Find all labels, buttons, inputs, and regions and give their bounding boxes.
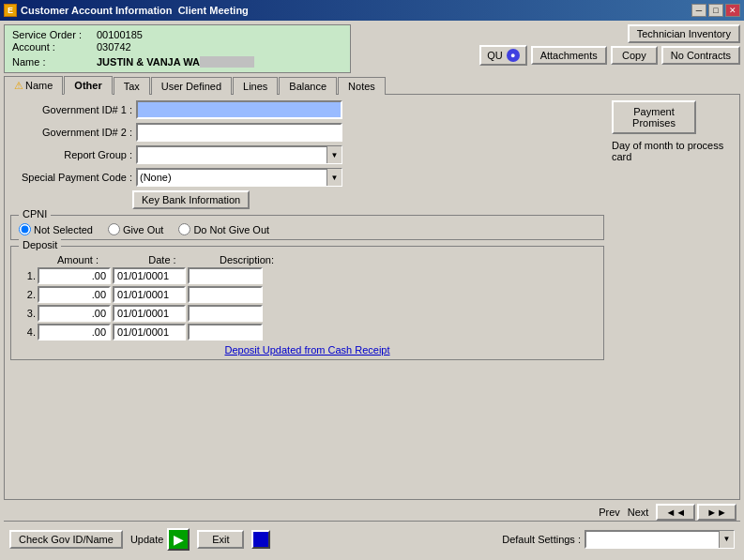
deposit-row-2: 2. (19, 286, 596, 303)
exit-button[interactable]: Exit (197, 530, 244, 549)
gov-id1-input[interactable] (136, 100, 342, 119)
default-settings-label: Default Settings : (502, 534, 581, 545)
left-column: Government ID# 1 : Government ID# 2 : Re… (10, 100, 604, 493)
deposit-date-2[interactable] (113, 286, 186, 303)
deposit-amount-3[interactable] (38, 305, 111, 322)
report-group-row: Report Group : ▼ (10, 145, 604, 164)
deposit-row-1: 1. (19, 267, 596, 284)
name-label: Name : (12, 56, 97, 68)
gov-id2-row: Government ID# 2 : (10, 123, 604, 142)
key-bank-wrapper: Key Bank Information (132, 190, 604, 209)
tab-lines[interactable]: Lines (233, 77, 278, 95)
deposit-date-header: Date : (120, 254, 205, 265)
deposit-date-4[interactable] (113, 324, 186, 341)
service-order-label: Service Order : (12, 29, 97, 40)
default-settings-area: Default Settings : ▼ (278, 530, 735, 549)
default-settings-select[interactable] (585, 530, 735, 549)
service-order-value: 00100185 (97, 29, 143, 40)
deposit-amount-2[interactable] (38, 286, 111, 303)
next-arrow-button[interactable]: ►► (697, 504, 736, 521)
deposit-desc-4[interactable] (188, 324, 263, 341)
deposit-row-3: 3. (19, 305, 596, 322)
cpni-give-out[interactable]: Give Out (108, 223, 163, 235)
title-bar: E Customer Account Information Client Me… (0, 0, 744, 21)
special-payment-row: Special Payment Code : (None) ▼ (10, 168, 604, 187)
special-payment-select[interactable]: (None) (136, 168, 342, 187)
gov-id1-label: Government ID# 1 : (10, 104, 132, 115)
prev-label: Prev (599, 507, 620, 518)
bottom-bar: Check Gov ID/Name Update ▶ Exit Default … (4, 521, 740, 556)
report-group-select[interactable] (136, 145, 342, 164)
blue-square-button[interactable] (251, 530, 270, 549)
deposit-row-4: 4. (19, 324, 596, 341)
attachments-button[interactable]: Attachments (531, 46, 607, 65)
tab-other[interactable]: Other (64, 76, 112, 95)
account-value: 030742 (97, 41, 131, 53)
tab-warning-icon: ⚠ (14, 80, 23, 91)
gov-id1-row: Government ID# 1 : (10, 100, 604, 119)
navigation-row: Prev Next ◄◄ ►► (4, 500, 740, 521)
service-info-panel: Service Order : 00100185 Account : 03074… (4, 24, 351, 73)
deposit-amount-1[interactable] (38, 267, 111, 284)
right-column: Payment Promises Day of month to process… (612, 100, 734, 493)
cpni-legend: CPNI (19, 208, 51, 219)
cpni-not-selected-radio[interactable] (19, 223, 31, 235)
maximize-button[interactable]: □ (708, 4, 723, 17)
name-value: JUSTIN & VANJA WA (97, 56, 200, 68)
special-payment-label: Special Payment Code : (10, 172, 132, 183)
deposit-date-1[interactable] (113, 267, 186, 284)
update-label: Update (130, 534, 163, 545)
deposit-footer-link[interactable]: Deposit Updated from Cash Receipt (19, 344, 596, 356)
cpni-group: CPNI Not Selected Give Out Do Not Give O… (10, 215, 604, 240)
title-bar-text: Customer Account Information Client Meet… (21, 5, 249, 16)
update-arrow-button[interactable]: ▶ (167, 528, 190, 551)
deposit-desc-1[interactable] (188, 267, 263, 284)
name-blurred (200, 56, 254, 68)
close-button[interactable]: ✕ (725, 4, 740, 17)
deposit-date-3[interactable] (113, 305, 186, 322)
tab-tax[interactable]: Tax (114, 77, 150, 95)
next-label: Next (628, 507, 649, 518)
tab-user-defined[interactable]: User Defined (151, 77, 232, 95)
deposit-amount-header: Amount : (36, 254, 120, 265)
deposit-amount-4[interactable] (38, 324, 111, 341)
minimize-button[interactable]: ─ (691, 4, 706, 17)
gov-id2-input[interactable] (136, 123, 342, 142)
cpni-give-out-radio[interactable] (108, 223, 120, 235)
payment-promises-button[interactable]: Payment Promises (612, 100, 696, 134)
deposit-desc-2[interactable] (188, 286, 263, 303)
deposit-desc-3[interactable] (188, 305, 263, 322)
check-gov-button[interactable]: Check Gov ID/Name (9, 530, 123, 549)
no-contracts-button[interactable]: No Contracts (661, 46, 740, 65)
update-area: Update ▶ (130, 528, 190, 551)
deposit-group: Deposit Amount : Date : Description: 1. … (10, 246, 604, 360)
tech-inventory-button[interactable]: Technician Inventory (628, 24, 740, 43)
key-bank-button[interactable]: Key Bank Information (132, 190, 250, 209)
copy-button[interactable]: Copy (611, 46, 658, 65)
cpni-do-not-give-out[interactable]: Do Not Give Out (178, 223, 269, 235)
top-right-area: Technician Inventory QU ● Attachments Co… (351, 24, 740, 73)
tabs-area: ⚠Name Other Tax User Defined Lines Balan… (4, 75, 740, 94)
cpni-do-not-give-out-radio[interactable] (178, 223, 190, 235)
app-icon: E (4, 4, 17, 17)
gov-id2-label: Government ID# 2 : (10, 127, 132, 138)
tab-name[interactable]: ⚠Name (4, 76, 63, 95)
day-of-month-text: Day of month to process card (612, 140, 734, 162)
deposit-legend: Deposit (19, 239, 61, 250)
cpni-not-selected[interactable]: Not Selected (19, 223, 93, 235)
content-panel: Government ID# 1 : Government ID# 2 : Re… (4, 94, 740, 500)
report-group-label: Report Group : (10, 149, 132, 160)
qu-circle-icon: ● (507, 49, 520, 62)
prev-arrow-button[interactable]: ◄◄ (656, 504, 695, 521)
qu-button[interactable]: QU ● (479, 45, 527, 66)
account-label: Account : (12, 41, 97, 53)
tab-notes[interactable]: Notes (338, 77, 386, 95)
deposit-desc-header: Description: (205, 254, 289, 265)
tab-balance[interactable]: Balance (279, 77, 337, 95)
